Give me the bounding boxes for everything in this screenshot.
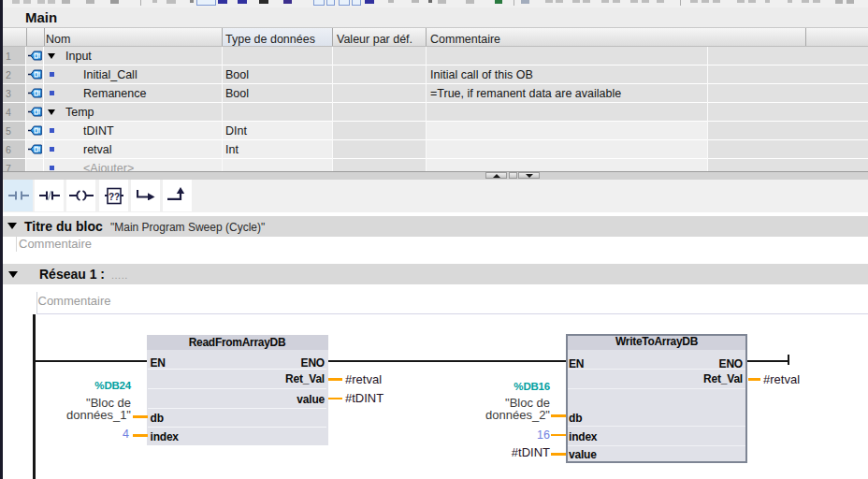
svg-text:??: ?? <box>108 192 119 202</box>
